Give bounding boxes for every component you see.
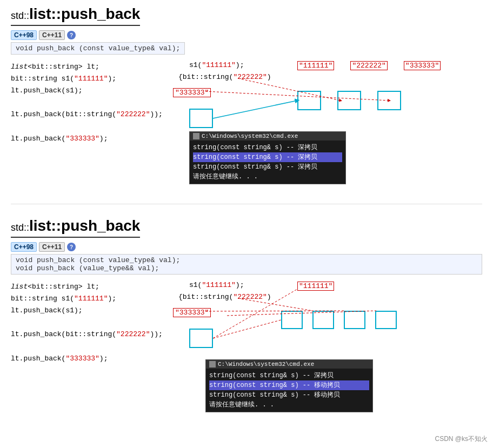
s1-label-bit: {bit::string("222222") (178, 73, 271, 81)
section1-cmd: C:\Windows\system32\cmd.exe string(const… (189, 131, 346, 184)
section1-title: std::list::push_back (11, 5, 140, 26)
section2: std::list::push_back C++98 C++11 ? void … (11, 217, 482, 422)
s2-code-line-2: bit::string s1("111111"); (11, 293, 168, 305)
s2-right-label-111: "111111" (297, 281, 334, 290)
s2-code-line-6 (11, 340, 168, 352)
s2-right-boxes (281, 311, 397, 329)
s2-code-line-5: lt.push_back(bit::string("222222")); (11, 329, 168, 340)
section1-code: list<bit::string> lt; bit::string s1("11… (11, 61, 168, 191)
code-line-2: bit::string s1("111111"); (11, 73, 168, 85)
s1-label-s1: s1("111111"); (189, 61, 244, 69)
s2-s1-box (189, 329, 213, 348)
s2-right-box-2 (312, 311, 334, 329)
s2-code-line-3: lt.push_back(s1); (11, 305, 168, 317)
s2-code-line-1: list<bit::string> lt; (11, 281, 168, 293)
right-label-333: "333333" (404, 61, 441, 70)
svg-line-0 (213, 101, 297, 118)
s2-code-line-7: lt.push_back("333333"); (11, 353, 168, 365)
cmd-title-1: C:\Windows\system32\cmd.exe (202, 133, 298, 139)
section2-title: std::list::push_back (11, 217, 140, 238)
s2-right-box-4 (375, 311, 397, 329)
section2-version-row: C++98 C++11 ? (11, 242, 482, 252)
s2-cmd-line-2: string(const string& s) -- 移动拷贝 (209, 380, 369, 390)
section2-badge-cpp11[interactable]: C++11 (39, 242, 65, 252)
section2-diagram: s1("111111"); {bit::string("222222") "33… (173, 281, 482, 422)
section2-signature-box: void push_back (const value_type& val); … (11, 254, 482, 275)
section2-content: list<bit::string> lt; bit::string s1("11… (11, 281, 482, 422)
s1-label-333: "333333" (173, 88, 211, 97)
code-line-4 (11, 97, 168, 109)
section1-version-row: C++98 C++11 ? (11, 30, 482, 40)
s2-label-111: "111111" (297, 282, 334, 291)
right-box-333 (377, 91, 401, 110)
right-boxes-row (297, 91, 401, 110)
cmd-icon (193, 133, 199, 139)
right-label-111: "111111" (297, 61, 334, 70)
section1-diagram: s1("111111"); {bit::string("222222") "33… (173, 61, 482, 191)
section-divider (11, 204, 482, 204)
code-line-5: lt.push_back(bit::string("222222")); (11, 109, 168, 121)
cmd-line-1-4: 请按任意键继续. . . (193, 172, 342, 182)
code-line-1: list<bit::string> lt; (11, 61, 168, 73)
section2-code: list<bit::string> lt; bit::string s1("11… (11, 281, 168, 422)
s2-label-333: "333333" (173, 308, 211, 317)
cmd-line-1-2: string(const string& s) -- 深拷贝 (193, 152, 342, 162)
right-label-222: "222222" (350, 61, 387, 70)
s2-label-s1: s1("111111"); (189, 281, 244, 289)
s2-right-box-3 (344, 311, 365, 329)
section2-badge-cpp98[interactable]: C++98 (11, 242, 37, 252)
section1-signature: void push_back (const value_type& val); (11, 42, 185, 55)
s2-cmd-line-4: 请按任意键继续. . . (209, 400, 369, 410)
section2-sig1: void push_back (const value_type& val); (16, 256, 477, 264)
s2-cmd-title: C:\Windows\system32\cmd.exe (218, 361, 314, 367)
s2-cmd-line-1: string(const string& s) -- 深拷贝 (209, 371, 369, 380)
s2-right-box-1 (281, 311, 303, 329)
section2-func: list::push_back (29, 217, 140, 234)
section1: std::list::push_back C++98 C++11 ? void … (11, 5, 482, 191)
code-line-7: lt.push_back("333333"); (11, 133, 168, 145)
section2-std: std:: (11, 222, 29, 233)
s2-cmd-icon (209, 361, 216, 367)
s1-box (189, 109, 213, 128)
cmd-line-1-3: string(const string& s) -- 深拷贝 (193, 162, 342, 172)
section1-func: list::push_back (29, 5, 140, 22)
section1-badge-cpp98[interactable]: C++98 (11, 30, 37, 40)
watermark: CSDN @ks不知火 (435, 434, 488, 444)
section1-std: std:: (11, 10, 29, 21)
s2-code-line-4 (11, 317, 168, 329)
s2-cmd-line-3: string(const string& s) -- 移动拷贝 (209, 390, 369, 400)
right-box-222 (337, 91, 361, 110)
s2-label-bit: {bit::string("222222") (178, 293, 271, 301)
code-line-3: lt.push_back(s1); (11, 85, 168, 97)
section1-badge-cpp11[interactable]: C++11 (39, 30, 65, 40)
section2-info-icon[interactable]: ? (67, 243, 76, 251)
cmd-line-1-1: string(const string& s) -- 深拷贝 (193, 143, 342, 152)
code-line-6 (11, 121, 168, 132)
right-box-111 (297, 91, 321, 110)
section2-sig2: void push_back (value_type&& val); (16, 264, 477, 272)
right-labels-row: "111111" "222222" "333333" (297, 61, 441, 70)
svg-line-4 (213, 320, 281, 338)
section1-info-icon[interactable]: ? (67, 31, 76, 39)
